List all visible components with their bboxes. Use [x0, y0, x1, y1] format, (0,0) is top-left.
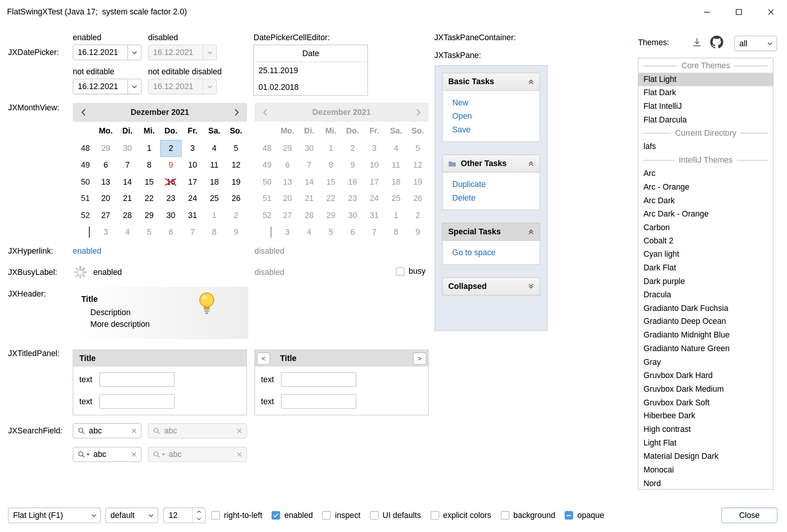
checkbox-box[interactable] — [370, 511, 378, 519]
day-cell[interactable]: 29 — [138, 207, 160, 224]
theme-list-item[interactable]: Dark purple — [638, 275, 773, 288]
minimize-button[interactable] — [691, 0, 723, 24]
close-window-button[interactable] — [755, 0, 787, 24]
task-link[interactable]: Go to space — [452, 246, 540, 259]
day-cell[interactable]: 5 — [138, 224, 160, 241]
theme-list-item[interactable]: Gradianto Midnight Blue — [638, 328, 773, 342]
search-menu-icon[interactable] — [78, 450, 90, 458]
theme-list-item[interactable]: Gradianto Dark Fuchsia — [638, 301, 773, 315]
day-cell[interactable]: 8 — [138, 157, 160, 173]
taskpane-header[interactable]: Other Tasks — [442, 154, 540, 173]
download-icon[interactable] — [692, 37, 702, 48]
day-cell[interactable]: 20 — [95, 190, 116, 207]
day-cell[interactable]: 16 — [160, 174, 182, 190]
theme-list-item[interactable]: Monocai — [638, 463, 773, 477]
task-link[interactable]: Duplicate — [452, 177, 540, 191]
taskpane-header[interactable]: Collapsed — [442, 277, 540, 295]
day-cell[interactable]: 19 — [225, 174, 247, 190]
day-cell[interactable]: 12 — [225, 157, 247, 173]
day-cell[interactable]: 30 — [116, 140, 138, 157]
day-cell[interactable]: 7 — [182, 224, 203, 241]
theme-list-item[interactable]: lafs — [638, 140, 773, 154]
theme-list-item[interactable]: Hiberbee Dark — [638, 409, 773, 423]
expand-icon[interactable] — [528, 283, 534, 289]
collapse-icon[interactable] — [528, 160, 534, 166]
day-cell[interactable]: 1 — [203, 207, 225, 224]
chevron-down-icon[interactable] — [127, 79, 141, 94]
theme-list-item[interactable]: Gruvbox Dark Hard — [638, 369, 773, 383]
day-cell[interactable]: 18 — [203, 174, 225, 190]
theme-list-item[interactable]: Arc Dark — [638, 194, 773, 207]
chevron-down-icon[interactable] — [127, 45, 141, 60]
font-combo[interactable]: default — [105, 508, 158, 523]
theme-list-item[interactable]: Flat Darcula — [638, 113, 773, 127]
taskpane-header[interactable]: Special Tasks — [442, 223, 540, 241]
date-column-header[interactable]: Date — [254, 45, 367, 62]
day-cell[interactable]: 11 — [203, 157, 225, 173]
day-cell[interactable]: 5 — [225, 140, 247, 157]
day-cell[interactable]: 2 — [225, 207, 247, 224]
search-field-enabled[interactable]: abc — [73, 423, 142, 438]
checkbox-box[interactable] — [323, 511, 331, 519]
text-input[interactable] — [281, 372, 356, 386]
search-field-with-menu-enabled[interactable]: abc — [73, 447, 142, 462]
day-cell[interactable]: 4 — [203, 140, 225, 157]
theme-list-item[interactable]: Carbon — [638, 221, 773, 234]
checkbox-box[interactable] — [565, 511, 573, 519]
checkbox-right-to-left[interactable]: right-to-left — [211, 511, 262, 520]
task-link[interactable]: New — [452, 96, 540, 110]
text-input[interactable] — [281, 394, 356, 409]
checkbox-enabled[interactable]: enabled — [272, 511, 313, 520]
day-cell[interactable]: 9 — [160, 157, 182, 173]
text-input[interactable] — [99, 394, 175, 409]
day-cell[interactable]: 9 — [225, 224, 247, 241]
checkbox-explicit-colors[interactable]: explicit colors — [430, 511, 491, 520]
theme-list-item[interactable]: High contrast — [638, 423, 773, 436]
theme-list-item[interactable]: Cobalt 2 — [638, 234, 773, 248]
theme-list-item[interactable]: Gruvbox Dark Soft — [638, 396, 773, 410]
day-cell[interactable]: 30 — [160, 207, 182, 224]
day-cell[interactable]: 1 — [138, 140, 160, 157]
checkbox-box[interactable] — [396, 267, 405, 275]
day-cell[interactable]: 10 — [182, 157, 203, 173]
day-cell[interactable]: 25 — [203, 190, 225, 207]
datepicker-enabled[interactable]: 16.12.2021 — [73, 45, 142, 60]
day-cell[interactable]: 24 — [182, 190, 203, 207]
day-cell[interactable]: 7 — [116, 157, 138, 173]
checkbox-inspect[interactable]: inspect — [323, 511, 360, 520]
next-button[interactable]: > — [413, 352, 426, 364]
theme-list-item[interactable]: Nord — [638, 477, 773, 490]
font-size-spinner[interactable]: 12 — [163, 508, 206, 523]
clear-icon[interactable] — [132, 452, 137, 457]
day-cell[interactable]: 27 — [95, 207, 116, 224]
theme-list-item[interactable]: Gray — [638, 355, 773, 369]
checkbox-box[interactable] — [501, 511, 509, 519]
theme-list-item[interactable]: Gradianto Nature Green — [638, 342, 773, 356]
theme-list-item[interactable]: Material Design Dark — [638, 450, 773, 463]
day-cell[interactable]: 3 — [95, 224, 116, 241]
day-cell[interactable]: 17 — [182, 174, 203, 190]
clear-icon[interactable] — [132, 428, 137, 433]
theme-list-item[interactable]: Cyan light — [638, 248, 773, 261]
day-cell[interactable]: 13 — [95, 174, 116, 190]
close-button[interactable]: Close — [721, 508, 778, 523]
theme-list-item[interactable]: Flat Dark — [638, 86, 773, 100]
datepicker-not-editable[interactable]: 16.12.2021 — [73, 79, 142, 94]
table-row[interactable]: 01.02.2018 — [254, 79, 367, 96]
day-cell[interactable]: 31 — [182, 207, 203, 224]
theme-list-item[interactable]: Arc — [638, 167, 773, 180]
spinner-up-button[interactable] — [193, 508, 205, 515]
checkbox-background[interactable]: background — [501, 511, 556, 520]
theme-list-item[interactable]: Flat Light — [638, 73, 773, 86]
checkbox-box[interactable] — [211, 511, 220, 519]
day-cell[interactable]: 29 — [95, 140, 116, 157]
checkbox-ui-defaults[interactable]: UI defaults — [370, 511, 421, 520]
laf-combo[interactable]: Flat Light (F1) — [8, 508, 101, 523]
checkbox-opaque[interactable]: opaque — [565, 511, 604, 520]
task-link[interactable]: Delete — [452, 191, 540, 205]
day-cell[interactable]: 26 — [225, 190, 247, 207]
theme-filter-combo[interactable]: all — [734, 36, 777, 51]
task-link[interactable]: Open — [452, 109, 540, 123]
theme-list-item[interactable]: Dark Flat — [638, 261, 773, 275]
day-cell[interactable]: 4 — [116, 224, 138, 241]
